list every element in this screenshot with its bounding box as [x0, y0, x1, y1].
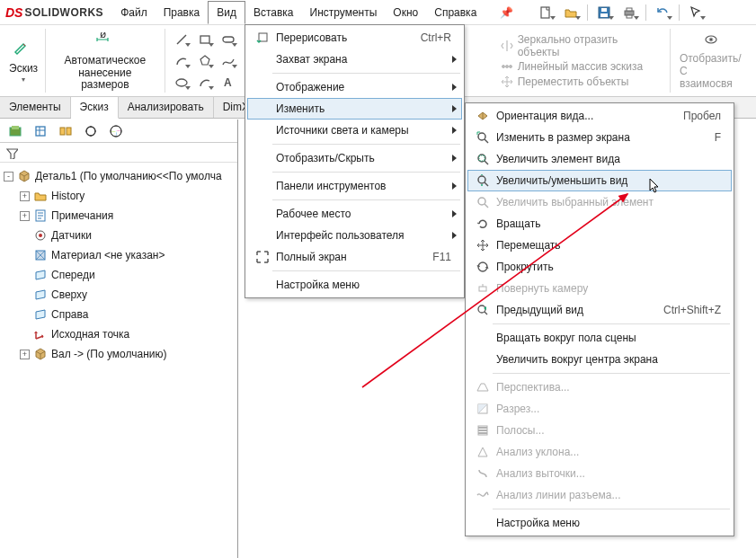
- tab-sketch[interactable]: Эскиз: [71, 97, 119, 119]
- slot-tool[interactable]: [218, 30, 239, 49]
- menu-item[interactable]: Увеличить/уменьшить вид: [467, 170, 732, 191]
- menu-tools[interactable]: Инструменты: [302, 0, 386, 24]
- autodim-label: Автоматическоенанесение размеров: [53, 55, 157, 92]
- menu-shortcut: Ctrl+Shift+Z: [663, 304, 726, 316]
- ellipse-tool[interactable]: [171, 73, 192, 93]
- move-entities-tool[interactable]: Переместить объекты: [500, 75, 663, 89]
- zebra-icon: [473, 423, 493, 438]
- text-tool[interactable]: [218, 73, 239, 93]
- sensor-icon: [33, 228, 48, 243]
- menu-help[interactable]: Справка: [426, 0, 485, 24]
- feature-tree: -Деталь1 (По умолчанию<<По умолча +Histo…: [0, 163, 237, 368]
- mouse-cursor: [648, 178, 663, 197]
- menubar: DS SOLIDWORKS Файл Правка Вид Вставка Ин…: [0, 0, 756, 25]
- draft-icon: [473, 445, 493, 459]
- menu-edit[interactable]: Правка: [156, 0, 209, 24]
- autodim-tool[interactable]: Автоматическоенанесение размеров: [48, 25, 163, 96]
- menu-window[interactable]: Окно: [385, 0, 426, 24]
- dimxpert-manager-tab[interactable]: [79, 121, 102, 141]
- tab-features[interactable]: Элементы: [0, 97, 71, 118]
- menu-item[interactable]: Изменить в размер экранаF: [467, 127, 732, 148]
- display-manager-tab[interactable]: [104, 121, 128, 141]
- menu-item-label: Анализ выточки...: [493, 467, 726, 480]
- tree-front-plane[interactable]: Спереди: [4, 265, 234, 285]
- fillet-tool[interactable]: [194, 73, 216, 93]
- fit-icon: [473, 130, 493, 145]
- submenu-arrow-icon: [452, 56, 457, 63]
- rectangle-tool[interactable]: [194, 30, 216, 49]
- svg-line-41: [362, 194, 627, 387]
- sketch-label: Эскиз: [9, 63, 38, 75]
- show-label: Отобразить/Свзаимосвя: [680, 52, 749, 90]
- linear-pattern-tool[interactable]: Линейный массив эскиза: [500, 59, 663, 74]
- menu-item[interactable]: Увеличить элемент вида: [467, 148, 732, 170]
- app-logo: DS SOLIDWORKS: [0, 0, 112, 24]
- spline-tool[interactable]: [218, 51, 239, 71]
- menu-item: Анализ линии разъема...: [467, 484, 732, 506]
- tree-root[interactable]: -Деталь1 (По умолчанию<<По умолча: [4, 166, 234, 186]
- line-tool[interactable]: [171, 30, 192, 49]
- open-button[interactable]: [559, 3, 583, 22]
- configuration-manager-tab[interactable]: [54, 121, 77, 141]
- menu-insert[interactable]: Вставка: [245, 0, 302, 24]
- mirror-tool[interactable]: Зеркально отразить объекты: [500, 33, 663, 58]
- zoomarea-icon: [473, 152, 493, 166]
- property-manager-tab[interactable]: [29, 121, 52, 141]
- tree-sensors[interactable]: Датчики: [4, 226, 234, 245]
- menu-item-label: Ориентация вида...: [493, 110, 683, 122]
- tab-evaluate[interactable]: Анализировать: [119, 97, 214, 118]
- tree-top-plane[interactable]: Сверху: [4, 285, 234, 305]
- panel-tabs: [0, 120, 237, 143]
- tree-material[interactable]: Материал <не указан>: [4, 245, 234, 265]
- save-button[interactable]: [592, 3, 616, 22]
- tree-history[interactable]: +History: [4, 186, 234, 206]
- menu-item[interactable]: Настройка меню: [467, 512, 732, 534]
- tree-annotations[interactable]: +Примечания: [4, 206, 234, 226]
- tree-origin[interactable]: Исходная точка: [4, 324, 234, 344]
- menu-item-label: Полосы...: [493, 424, 726, 437]
- menu-item[interactable]: Захват экрана: [247, 49, 462, 70]
- menu-item-label: Увеличить/уменьшить вид: [493, 174, 726, 187]
- tree-right-plane[interactable]: Справа: [4, 305, 234, 324]
- menu-item-label: Анализ линии разъема...: [493, 489, 726, 501]
- menu-item[interactable]: Отобразить/Скрыть: [247, 147, 462, 169]
- menu-shortcut: Пробел: [683, 110, 726, 122]
- menu-view[interactable]: Вид: [208, 1, 245, 24]
- feature-tree-tab[interactable]: [4, 121, 27, 141]
- menu-item[interactable]: ПерерисоватьCtrl+R: [247, 27, 462, 49]
- quick-access-toolbar: [534, 0, 707, 24]
- menu-item[interactable]: Ориентация вида...Пробел: [467, 105, 732, 127]
- fullscreen-icon: [253, 250, 272, 264]
- sketch-tool[interactable]: Эскиз ▾: [4, 25, 43, 96]
- zoominout-icon: [473, 173, 493, 188]
- menu-item: Разрез...: [467, 398, 732, 420]
- feature-manager-panel: -Деталь1 (По умолчанию<<По умолча +Histo…: [0, 120, 238, 558]
- menu-file[interactable]: Файл: [112, 0, 156, 24]
- plane-icon: [33, 268, 48, 282]
- menu-item-label: Изменить: [272, 102, 449, 115]
- menu-item-label: Настройка меню: [493, 517, 726, 529]
- separator: [272, 73, 460, 74]
- menu-item[interactable]: Источники света и камеры: [247, 120, 462, 141]
- show-relations-tool[interactable]: Отобразить/Свзаимосвя: [672, 25, 756, 96]
- menu-item: Полосы...: [467, 420, 732, 441]
- origin-icon: [33, 327, 48, 341]
- menu-item: Анализ выточки...: [467, 463, 732, 484]
- separator: [272, 144, 460, 145]
- folder-icon: [33, 189, 48, 203]
- undo-button[interactable]: [651, 3, 674, 22]
- select-button[interactable]: [684, 3, 707, 22]
- print-button[interactable]: [618, 3, 641, 22]
- sketch-icon: [13, 38, 33, 63]
- orient-icon: [473, 109, 493, 123]
- new-button[interactable]: [534, 3, 557, 22]
- tree-derived-part[interactable]: +Вал -> (По умолчанию): [4, 344, 234, 364]
- menu-pin-icon[interactable]: 📌: [492, 0, 521, 24]
- part-icon: [17, 169, 31, 183]
- plane-icon: [33, 288, 48, 302]
- tree-filter[interactable]: [0, 143, 237, 163]
- menu-item[interactable]: Изменить: [247, 98, 462, 120]
- arc-tool[interactable]: [171, 51, 192, 71]
- polygon-tool[interactable]: [194, 51, 216, 71]
- menu-item[interactable]: Отображение: [247, 76, 462, 98]
